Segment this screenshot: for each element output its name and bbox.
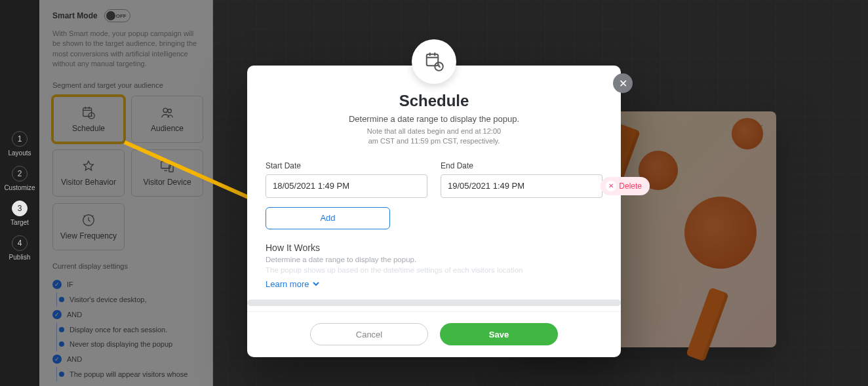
- modal-footer: Cancel Save: [247, 311, 621, 357]
- learn-more-label: Learn more: [266, 279, 309, 289]
- scrollbar[interactable]: [247, 299, 621, 306]
- modal-overlay: ✕ Schedule Determine a date range to dis…: [0, 0, 868, 386]
- modal-icon: [412, 39, 456, 84]
- modal-title: Schedule: [266, 92, 602, 110]
- calendar-clock-icon: [424, 52, 444, 71]
- modal-note: Note that all dates begin and end at 12:…: [266, 126, 602, 147]
- save-button[interactable]: Save: [440, 323, 558, 345]
- date-range-row: Start Date End Date Delete: [266, 161, 602, 198]
- end-date-field: End Date: [441, 161, 602, 198]
- hiw-line: Determine a date range to display the po…: [266, 256, 602, 263]
- cancel-button[interactable]: Cancel: [310, 323, 428, 345]
- how-it-works: How It Works Determine a date range to d…: [266, 242, 602, 289]
- hiw-line: The popup shows up based on the date/tim…: [266, 266, 602, 274]
- chevron-down-icon: [313, 280, 319, 287]
- start-date-input[interactable]: [266, 174, 427, 198]
- learn-more-link[interactable]: Learn more: [266, 279, 602, 289]
- hiw-title: How It Works: [266, 242, 602, 253]
- close-button[interactable]: ✕: [613, 73, 633, 93]
- start-date-label: Start Date: [266, 161, 427, 170]
- modal-subtitle: Determine a date range to display the po…: [266, 114, 602, 124]
- add-button[interactable]: Add: [266, 207, 390, 229]
- delete-button[interactable]: Delete: [601, 177, 650, 195]
- end-date-input[interactable]: [441, 174, 602, 198]
- start-date-field: Start Date: [266, 161, 427, 198]
- end-date-label: End Date: [441, 161, 602, 170]
- schedule-modal: ✕ Schedule Determine a date range to dis…: [247, 66, 621, 357]
